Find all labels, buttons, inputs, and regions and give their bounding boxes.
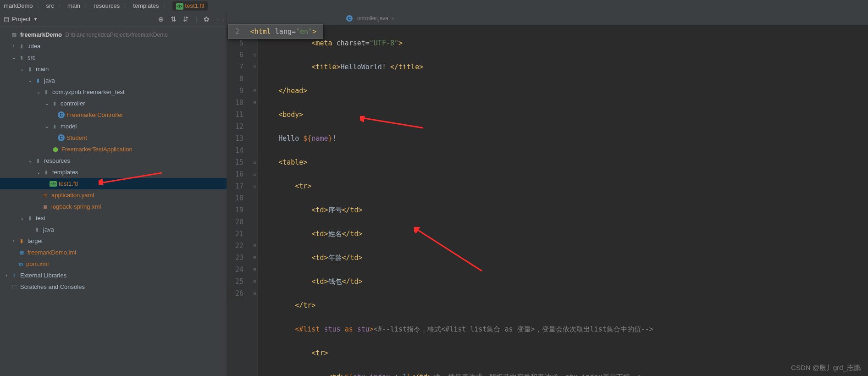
source-folder-icon: ▮ [34, 77, 42, 84]
collapse-arrow-icon[interactable]: ⌄ [43, 101, 50, 106]
maven-icon: m [17, 260, 24, 268]
expand-arrow-icon[interactable]: › [10, 44, 17, 49]
collapse-arrow-icon[interactable]: ⌄ [27, 158, 34, 163]
breadcrumb-item[interactable]: src [46, 2, 54, 9]
expand-arrow-icon[interactable]: › [10, 238, 17, 243]
folder-icon: ▮ [17, 54, 26, 61]
watermark: CSDN @殷丿grd_志鹏 [791, 364, 861, 372]
collapse-arrow-icon[interactable]: ⌄ [35, 170, 42, 175]
tree-item[interactable]: External Libraries [20, 272, 66, 279]
folder-icon: ▮ [17, 43, 26, 50]
code-hover-preview: 2 <html lang="en"> [228, 24, 323, 39]
resources-folder-icon: ▮ [34, 157, 42, 165]
preview-line-number: 2 [235, 28, 239, 36]
tree-item[interactable]: model [61, 123, 77, 130]
editor-tabs: C ontroller.java × [227, 11, 868, 25]
collapse-arrow-icon[interactable]: ⌄ [43, 124, 50, 129]
breadcrumb-item[interactable]: resources [94, 2, 120, 9]
code-editor[interactable]: <meta charset="UTF-8"> <title>HelloWorld… [258, 25, 868, 376]
divider: | [195, 15, 197, 23]
tab-label: ontroller.java [357, 15, 388, 22]
project-panel-header: ▤ Project ▼ ⊕ ⇅ ⇵ | ✿ — [0, 11, 227, 27]
collapse-arrow-icon[interactable]: ⌄ [10, 55, 17, 60]
tree-item[interactable]: FreemarkerTestApplication [61, 146, 133, 153]
ftl-file-icon: </> [176, 3, 183, 10]
folder-icon: ▮ [42, 169, 50, 176]
breadcrumb-item[interactable]: main [67, 2, 80, 9]
tree-item[interactable]: java [43, 226, 54, 233]
tree-item[interactable]: main [36, 66, 49, 72]
collapse-arrow-icon[interactable]: ⌄ [27, 78, 34, 83]
gear-icon[interactable]: ✿ [204, 15, 210, 23]
editor-tab[interactable]: C ontroller.java × [342, 12, 399, 25]
chevron-right-icon: 〉 [58, 2, 64, 10]
line-number-gutter[interactable]: 4567891011121314151617181920212223242526 [227, 25, 252, 376]
class-icon: C [58, 111, 65, 118]
tree-item[interactable]: Student [66, 134, 87, 141]
tree-item[interactable]: java [44, 77, 55, 84]
folder-icon: ▮ [26, 215, 34, 222]
package-icon: ▮ [42, 88, 50, 96]
breadcrumb-item[interactable]: templates [133, 2, 159, 9]
collapse-all-icon[interactable]: ⇵ [183, 15, 189, 23]
collapse-arrow-icon[interactable]: ⌄ [18, 66, 26, 72]
expand-arrow-icon[interactable]: › [3, 273, 10, 278]
project-root[interactable]: freemarkDemo [20, 31, 62, 38]
folder-icon: ▧ [10, 31, 18, 39]
tree-item[interactable]: resources [44, 157, 70, 164]
collapse-arrow-icon[interactable]: ⌄ [35, 89, 42, 94]
xml-file-icon: ≣ [41, 203, 50, 210]
tree-item[interactable]: templates [52, 169, 78, 176]
tree-item[interactable]: test [36, 215, 45, 221]
tree-item[interactable]: controller [61, 100, 85, 107]
yaml-file-icon: ≣ [41, 192, 50, 199]
breadcrumb-active-file[interactable]: </>test1.ftl [172, 1, 208, 11]
project-sidebar: ▤ Project ▼ ⊕ ⇅ ⇵ | ✿ — ▧freemarkDemo D:… [0, 11, 227, 376]
tree-item[interactable]: pom.xml [26, 260, 49, 267]
tree-item[interactable]: .idea [28, 43, 40, 50]
fold-gutter[interactable]: ⊟⊟ ⊟⊟ ⊟⊟⊟ ⊟⊟⊟⊟⊟ [252, 25, 258, 376]
class-icon: C [346, 15, 353, 22]
project-tree[interactable]: ▧freemarkDemo D:\biancheng\IdeaProjects\… [0, 27, 227, 376]
collapse-arrow-icon[interactable]: ⌄ [18, 216, 26, 221]
package-icon: ▮ [50, 100, 59, 107]
spring-boot-icon: ⬢ [51, 146, 60, 153]
folder-icon: ▮ [17, 238, 26, 245]
chevron-right-icon: 〉 [163, 2, 169, 10]
locate-icon[interactable]: ⊕ [158, 15, 164, 23]
chevron-right-icon: 〉 [123, 2, 129, 10]
libraries-icon: ⫴ [10, 272, 18, 279]
folder-icon: ▮ [26, 66, 34, 73]
iml-file-icon: ▦ [17, 249, 26, 256]
tree-item[interactable]: src [28, 54, 35, 61]
tree-item[interactable]: Scratches and Consoles [20, 283, 85, 290]
breadcrumb-item[interactable]: markDemo [4, 2, 33, 9]
project-panel-icon: ▤ [4, 16, 9, 22]
tree-item-selected[interactable]: </>test1.ftl [0, 178, 227, 189]
close-icon[interactable]: × [391, 15, 395, 22]
tree-item[interactable]: target [28, 238, 43, 244]
tree-item[interactable]: freemarkDemo.iml [28, 249, 76, 256]
hide-icon[interactable]: — [216, 15, 223, 23]
ftl-file-icon: </> [50, 181, 57, 187]
project-panel-title[interactable]: Project [12, 16, 30, 22]
class-icon: C [58, 134, 65, 141]
tree-item[interactable]: FreemarkerController [66, 111, 123, 118]
scratches-icon: ⬚ [10, 283, 18, 291]
breadcrumb: markDemo〉 src〉 main〉 resources〉 template… [0, 0, 868, 11]
folder-icon: ▮ [33, 226, 41, 233]
chevron-right-icon: 〉 [84, 2, 90, 10]
package-icon: ▮ [50, 123, 59, 130]
expand-all-icon[interactable]: ⇅ [171, 15, 177, 23]
editor-area: C ontroller.java × 2 <html lang="en"> 45… [227, 11, 868, 376]
dropdown-icon[interactable]: ▼ [33, 17, 38, 22]
tree-item[interactable]: logback-spring.xml [51, 203, 101, 210]
tree-item[interactable]: application.yaml [51, 192, 94, 199]
project-path: D:\biancheng\IdeaProjects\freemarkDemo [65, 32, 167, 38]
chevron-right-icon: 〉 [37, 2, 43, 10]
tree-item[interactable]: com.yzpnb.freemarker_test [52, 88, 125, 95]
